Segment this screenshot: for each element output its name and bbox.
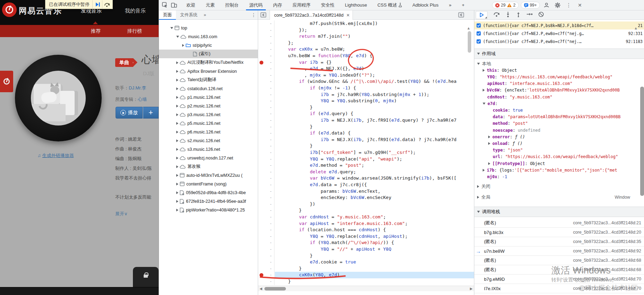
stack-frame-b7g.blc3x[interactable]: b7g.blc3xcore_5b97322ac3...4cd3ff2148d:2…: [474, 228, 644, 237]
code-line[interactable]: - if (e7d.query) {: [258, 111, 474, 117]
close-tab-icon[interactable]: ✕: [346, 13, 350, 18]
code-line[interactable]: - return m7f.join(""): [258, 33, 474, 40]
line-gutter[interactable]: -: [258, 207, 274, 214]
line-gutter[interactable]: -: [258, 227, 274, 233]
expander-closed-icon[interactable]: [176, 191, 178, 194]
expander-closed-icon[interactable]: [176, 148, 178, 151]
expander-closed-icon[interactable]: [176, 70, 178, 73]
line-gutter[interactable]: -: [258, 98, 274, 104]
code-line[interactable]: - }: [258, 207, 474, 214]
scope-var-data[interactable]: data: "params=lotUteAlOBh8nFM0xvy1kkV7SX…: [474, 114, 639, 120]
tree-item-p5.music.126.net[interactable]: p5.music.126.net: [159, 119, 258, 128]
line-gutter[interactable]: -: [258, 175, 274, 182]
line-gutter[interactable]: -: [258, 214, 274, 220]
code-line[interactable]: - i7b["csrf_token"] = u7n.gQ9H("__csrf")…: [258, 149, 474, 156]
paused-execution-line[interactable]: - cxK0x(Y8Q, e7d): [258, 272, 474, 278]
scope-var-onload[interactable]: onload: ƒ (): [474, 140, 639, 147]
line-gutter[interactable]: -: [258, 124, 274, 130]
expander-open-icon[interactable]: [176, 36, 179, 38]
line-gutter[interactable]: -: [258, 92, 274, 98]
scope-var-cdnHost[interactable]: cdnHost: "y.music.163.com": [474, 94, 639, 100]
issues-badge[interactable]: 99+: [521, 2, 540, 9]
code-line[interactable]: - if (mj0x != -1) {: [258, 85, 474, 92]
tree-item-p2.music.126.net[interactable]: p2.music.126.net: [159, 102, 258, 110]
code-line[interactable]: - }: [258, 253, 474, 259]
line-gutter[interactable]: -: [258, 259, 274, 266]
devtools-tab-欢迎[interactable]: 欢迎: [181, 0, 201, 10]
errors-warnings-badge[interactable]: 29 2: [492, 2, 519, 9]
add-panel-icon[interactable]: +: [457, 0, 470, 10]
code-line[interactable]: - i7b = NEJ.X(i7b, j7c.fR9I(e7d.query) ?…: [258, 117, 474, 124]
more-panels-chevron-icon[interactable]: »: [444, 0, 457, 10]
line-gutter[interactable]: -: [258, 220, 274, 227]
tree-item-篡改猴[interactable]: 篡改猴: [159, 162, 258, 171]
line-gutter[interactable]: -: [258, 188, 274, 195]
player-bar[interactable]: [0, 287, 159, 295]
code-line[interactable]: - u7n.be8W = function(Y8Q, e7d) {: [258, 53, 474, 59]
outlink-player-link[interactable]: ♫生成外链播放器: [37, 153, 74, 159]
scope-var-noescape[interactable]: noescape: undefined: [474, 127, 639, 133]
close-devtools-icon[interactable]: ✕: [575, 1, 584, 10]
stack-frame-u7n.be8W[interactable]: →u7n.be8Wcore_5b97322ac3...4cd3ff2148d:9…: [474, 246, 644, 256]
breakpoint-entry[interactable]: (function(){var c7f=NEJ.P,ew8o=c7f("nej.…: [474, 37, 644, 45]
line-gutter[interactable]: -: [258, 137, 274, 143]
line-gutter[interactable]: -: [258, 46, 274, 53]
scope-var-e7d[interactable]: e7d:: [474, 100, 639, 107]
scope-group-全局[interactable]: 全局Window: [474, 193, 639, 201]
expander-closed-icon[interactable]: [176, 87, 178, 90]
hide-debugger-sidebar-icon[interactable]: [458, 12, 464, 19]
expander-closed-icon[interactable]: [176, 209, 178, 211]
scope-group-关闭[interactable]: 关闭: [474, 182, 639, 191]
resume-script-button[interactable]: [92, 0, 102, 9]
callstack-section-header[interactable]: 调用堆栈: [474, 207, 644, 217]
breakpoint-checkbox[interactable]: [476, 31, 481, 36]
stack-frame-(匿名)[interactable]: (匿名)core_5b97322ac3...4cd3ff2148d:68: [474, 256, 644, 265]
breakpoint-entry[interactable]: (function(){var c7f=NEJ.P,bs8k=NEJ.F,b18…: [474, 21, 644, 29]
scope-var-[[Prototype]][interactable]: [[Prototype]]: Object: [474, 160, 639, 167]
stack-frame-(匿名)[interactable]: (匿名)core_5b97322ac3...4cd3ff2148d:35: [474, 237, 644, 246]
line-gutter[interactable]: -: [258, 104, 274, 111]
tree-item-auto-id-MI3rxTvtLwMXZ2uu ([interactable]: auto-id-MI3rxTvtLwMXZ2uu (: [159, 171, 258, 180]
scope-var-bVc6W[interactable]: bVc6W: {encText: 'lotUteAlOBh8nFM0xvy1kk…: [474, 87, 639, 94]
more-tabs-chevron-icon[interactable]: »: [202, 10, 208, 19]
expander-closed-icon[interactable]: [176, 183, 178, 185]
tree-item-p1.music.126.net[interactable]: p1.music.126.net: [159, 93, 258, 102]
subnav-recommend[interactable]: 推荐: [91, 28, 101, 34]
expander-closed-icon[interactable]: [176, 79, 178, 81]
expand-link[interactable]: 展开∨: [115, 211, 128, 217]
netease-logo-icon[interactable]: [2, 2, 17, 17]
more-options-icon[interactable]: ⋮: [564, 1, 573, 10]
stack-frame-(匿名)[interactable]: (匿名)core_5b97322ac3...4cd3ff2148d:21: [474, 218, 644, 228]
tree-item-st/pip/lyric[interactable]: st/pip/lyric: [159, 41, 258, 50]
code-line[interactable]: - , mj0x = Y8Q.indexOf("?");: [258, 72, 474, 79]
scope-var-i7b[interactable]: i7b: {logs: '[{"action":"mobile_monitor"…: [474, 167, 639, 173]
tree-item-p3.music.126.net[interactable]: p3.music.126.net: [159, 110, 258, 119]
code-line[interactable]: - Y8Q = Y8Q.replace(cdnHost, apiHost);: [258, 233, 474, 240]
step-over-button[interactable]: [493, 11, 500, 18]
scope-var-type[interactable]: type: "json": [474, 147, 639, 154]
sidebar-scroll-up-icon[interactable]: ▲: [634, 26, 638, 30]
line-gutter[interactable]: -: [258, 149, 274, 156]
scroll-left-icon[interactable]: ◀: [260, 287, 262, 290]
subnav-ranking[interactable]: 排行榜: [127, 28, 142, 34]
scope-var-Y8Q[interactable]: Y8Q: "https://music.163.com/weapi/feedba…: [474, 73, 639, 80]
expander-closed-icon[interactable]: [176, 96, 178, 99]
player-dock-handle[interactable]: [133, 267, 159, 288]
code-line[interactable]: - Y8Q = Y8Q.substring(0, mj0x): [258, 98, 474, 104]
code-line[interactable]: - e7d.method = "post";: [258, 162, 474, 169]
expander-closed-icon[interactable]: [182, 44, 184, 47]
tab-filesystem[interactable]: 文件系统: [176, 10, 202, 19]
code-line[interactable]: - }: [258, 278, 474, 285]
line-gutter[interactable]: -: [258, 266, 274, 272]
profile-icon[interactable]: [542, 1, 551, 10]
line-gutter[interactable]: -: [258, 246, 274, 253]
tree-item-urswebzj.nosdn.127.net[interactable]: urswebzj.nosdn.127.net: [159, 154, 258, 162]
tree-item-p6.music.126.net[interactable]: p6.music.126.net: [159, 128, 258, 136]
code-line[interactable]: - i7b = j7c.ha9R(Y8Q.substring(mj0x + 1)…: [258, 92, 474, 98]
code-line[interactable]: - delete e7d.query;: [258, 169, 474, 175]
code-line[interactable]: - var i7b = {}: [258, 59, 474, 66]
expander-closed-icon[interactable]: [176, 157, 178, 159]
scope-section-header[interactable]: 作用域: [474, 49, 644, 59]
code-line[interactable]: - Y8Q = Y8Q.replace("api", "weapi");: [258, 156, 474, 163]
tree-item-music.163.com[interactable]: music.163.com: [159, 32, 258, 41]
